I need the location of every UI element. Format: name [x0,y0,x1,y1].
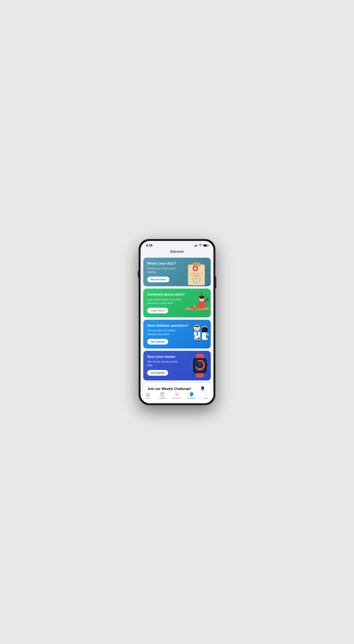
status-bar: 4:19 [141,241,213,248]
tab-logbook-label: Logbook [159,397,166,399]
card-tracker: Sync your tracker See all your activity … [143,351,211,380]
card-weekly-title: Join our Weekly Challenge! [147,387,207,390]
card-weekly-content: Join our Weekly Challenge! [147,387,207,390]
svg-point-61 [206,393,207,393]
tab-bar: Home Logbook [141,390,213,403]
battery-icon [203,244,208,247]
more-icon [204,392,209,397]
status-icons [194,244,208,247]
scroll-content[interactable]: What's your A1C? Record your most recent… [141,256,213,390]
card-a1c: What's your A1C? Record your most recent… [143,258,211,286]
tab-discover[interactable]: Discover [184,392,199,399]
tab-home[interactable]: Home [141,392,155,399]
card-a1c-content: What's your A1C? Record your most recent… [147,262,207,282]
svg-rect-40 [207,363,208,366]
card-a1c-title: What's your A1C? [147,262,207,266]
card-carbs: Confused about carbs? Learn where carbs … [143,288,211,317]
page-title-bar: Discover [141,248,213,256]
signal-icon [194,244,198,247]
svg-point-14 [207,298,209,302]
card-diabetes-subtitle: Ask our team of Certified Diabetes Educa… [147,329,183,336]
svg-point-60 [191,394,192,394]
tab-resources-label: Resources [172,397,182,399]
svg-point-63 [206,396,207,396]
card-a1c-button[interactable]: Record Now [147,276,169,282]
card-carbs-title: Confused about carbs? [147,292,207,296]
svg-point-59 [176,394,178,395]
card-diabetes-content: Have diabetes questions? Ask our team of… [147,324,207,344]
tab-resources[interactable]: Resources [170,392,184,399]
tab-discover-label: Discover [188,397,196,399]
card-a1c-subtitle: Record your most recent reading [147,267,183,274]
card-tracker-subtitle: See all your activity tracker data [147,360,183,367]
tab-more[interactable]: More [199,392,213,399]
phone-screen: 4:19 [141,241,213,403]
card-diabetes-button[interactable]: Get Started [147,339,168,344]
card-tracker-title: Sync your tracker [147,355,207,359]
home-icon [145,392,150,397]
page-title: Discover [170,250,184,254]
logbook-icon [160,392,165,397]
tab-more-label: More [204,397,209,399]
card-tracker-button[interactable]: Get Started [147,370,168,376]
tab-home-label: Home [145,397,151,399]
status-time: 4:19 [146,244,152,247]
card-diabetes-title: Have diabetes questions? [147,324,207,328]
card-carbs-button[interactable]: Learn More [147,308,168,314]
card-diabetes: Have diabetes questions? Ask our team of… [143,320,211,348]
wifi-icon [199,244,202,247]
phone-frame: 4:19 [139,239,215,405]
card-carbs-content: Confused about carbs? Learn where carbs … [147,292,207,314]
resources-icon [175,392,179,397]
svg-rect-55 [161,392,164,396]
discover-icon [189,392,194,397]
svg-point-62 [206,394,207,394]
card-weekly: Join our Weekly Challenge! [143,383,211,390]
tab-logbook[interactable]: Logbook [155,392,170,399]
card-carbs-subtitle: Learn where carbs come from and how to c… [147,298,183,305]
card-tracker-content: Sync your tracker See all your activity … [147,355,207,376]
